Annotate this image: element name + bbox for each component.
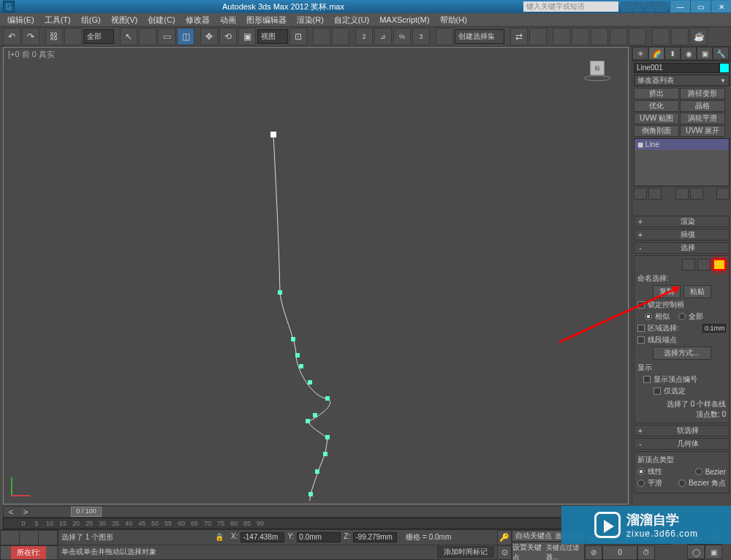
mod-turbosmooth[interactable]: 涡轮平滑 xyxy=(680,113,725,124)
spinner-snap-button[interactable]: 3 xyxy=(412,28,430,45)
layer-button[interactable] xyxy=(553,28,570,45)
select-button[interactable]: ↖ xyxy=(120,28,137,45)
set-key-button[interactable]: 设置关键点关键点过滤器... xyxy=(512,542,585,560)
time-slider[interactable]: <> 0 / 100 xyxy=(3,506,629,518)
edit-named-sel-button[interactable] xyxy=(436,28,453,45)
help-icon[interactable] xyxy=(656,1,667,12)
ref-coord-combo[interactable]: 视图 xyxy=(257,29,288,44)
menu-help[interactable]: 帮助(H) xyxy=(436,15,471,26)
stack-unique-button[interactable] xyxy=(675,188,689,200)
render-frame-button[interactable] xyxy=(671,28,689,45)
rollout-render[interactable]: +渲染 xyxy=(634,216,730,227)
search-icon[interactable] xyxy=(621,1,632,12)
tab-utilities[interactable]: 🔧 xyxy=(713,47,729,60)
tab-modify[interactable]: 🌈 xyxy=(648,47,664,60)
close-button[interactable]: ✕ xyxy=(711,1,731,12)
zoom-extents-button[interactable]: ▣ xyxy=(705,545,722,559)
y-coord-field[interactable]: 0.0mm xyxy=(297,532,341,542)
mod-pathdeform[interactable]: 路径变形 xyxy=(680,88,725,99)
selection-lock-button[interactable]: 🔑 xyxy=(497,530,512,545)
menu-group[interactable]: 组(G) xyxy=(77,15,105,26)
time-tag-button[interactable]: 添加时间标记 xyxy=(437,546,494,558)
time-slider-handle[interactable]: 0 / 100 xyxy=(71,507,102,517)
curve-editor-button[interactable] xyxy=(591,28,608,45)
menu-create[interactable]: 创建(C) xyxy=(143,15,179,26)
menu-rendering[interactable]: 渲染(R) xyxy=(292,15,328,26)
stack-configure-button[interactable] xyxy=(716,188,730,200)
unlink-button[interactable] xyxy=(64,28,82,45)
mod-optimize[interactable]: 优化 xyxy=(634,100,679,112)
tab-motion[interactable]: ◉ xyxy=(681,47,697,60)
stack-pin-button[interactable] xyxy=(634,188,647,200)
radio-linear[interactable] xyxy=(637,468,645,475)
z-coord-field[interactable]: -99.279mm xyxy=(353,532,397,542)
rotate-button[interactable]: ⟲ xyxy=(219,28,237,45)
stack-item-line[interactable]: ◼ Line xyxy=(635,139,729,150)
radio-bezier[interactable] xyxy=(695,468,702,475)
pivot-button[interactable]: ⊡ xyxy=(289,28,307,45)
mod-unwrap[interactable]: UVW 展开 xyxy=(680,125,725,137)
isolate-button[interactable]: ⊙ xyxy=(497,545,512,561)
favorites-icon[interactable] xyxy=(645,1,655,12)
object-name-field[interactable]: Line001 xyxy=(634,63,719,73)
radio-smooth[interactable] xyxy=(637,480,645,487)
mod-uvwmap[interactable]: UVW 贴图 xyxy=(634,113,679,124)
selected-only-check[interactable] xyxy=(654,387,661,395)
select-name-button[interactable] xyxy=(139,28,156,45)
rollout-selection[interactable]: -选择 xyxy=(634,242,730,254)
rollout-geometry[interactable]: -几何体 xyxy=(634,438,730,450)
orbit-button[interactable]: ◯ xyxy=(687,545,705,559)
lock-handles-check[interactable] xyxy=(637,301,645,309)
modifier-stack[interactable]: ◼ Line xyxy=(634,138,730,186)
radio-bezier-corner[interactable] xyxy=(678,480,686,487)
key-mode-button[interactable]: ⊘ xyxy=(585,545,602,560)
show-vertex-num-check[interactable] xyxy=(643,376,651,383)
menu-edit[interactable]: 编辑(E) xyxy=(3,15,39,26)
menu-grapheditors[interactable]: 图形编辑器 xyxy=(242,15,291,26)
menu-maxscript[interactable]: MAXScript(M) xyxy=(375,15,433,24)
lock-selection-icon[interactable]: 🔒 xyxy=(215,533,224,541)
mod-lattice[interactable]: 晶格 xyxy=(680,100,725,112)
schematic-button[interactable] xyxy=(610,28,627,45)
redo-button[interactable]: ↷ xyxy=(22,28,39,45)
render-button[interactable]: ☕ xyxy=(690,28,708,45)
link-button[interactable]: ⛓ xyxy=(45,28,63,45)
modifier-list-dropdown[interactable]: 修改器列表▼ xyxy=(634,75,730,86)
subobj-segment[interactable] xyxy=(697,259,711,270)
render-setup-button[interactable] xyxy=(652,28,670,45)
snap-angle-button[interactable]: ⊿ xyxy=(374,28,392,45)
material-editor-button[interactable] xyxy=(629,28,646,45)
graphite-button[interactable] xyxy=(572,28,589,45)
script-mini-button[interactable] xyxy=(1,531,20,545)
radio-all[interactable] xyxy=(678,313,686,320)
area-val-spinner[interactable]: 0.1mm xyxy=(702,324,726,333)
rollout-softselection[interactable]: +软选择 xyxy=(634,425,730,436)
manipulate-button[interactable] xyxy=(313,28,330,45)
keyboard-shortcut-button[interactable] xyxy=(332,28,349,45)
help-search-input[interactable]: 键入关键字或短语 xyxy=(523,1,618,12)
copy-button[interactable]: 复制 xyxy=(653,285,681,298)
menu-customize[interactable]: 自定义(U) xyxy=(330,15,374,26)
x-coord-field[interactable]: -147.438m xyxy=(240,532,284,542)
current-frame-field[interactable]: 0 xyxy=(602,545,637,560)
viewport-front[interactable]: [+0 前 0 真实 前 xyxy=(3,47,629,504)
snap-2d-button[interactable]: 2 xyxy=(355,28,373,45)
radio-similar[interactable] xyxy=(645,313,652,320)
subobj-spline[interactable]: 〰 xyxy=(713,259,726,270)
object-color-swatch[interactable] xyxy=(719,63,730,73)
snap-percent-button[interactable]: % xyxy=(393,28,411,45)
menu-animation[interactable]: 动画 xyxy=(216,15,240,26)
align-button[interactable] xyxy=(529,28,547,45)
tab-display[interactable]: ▣ xyxy=(697,47,713,60)
menu-views[interactable]: 视图(V) xyxy=(107,15,143,26)
mirror-button[interactable]: ⇄ xyxy=(510,28,528,45)
subobj-vertex[interactable] xyxy=(682,259,695,270)
tab-hierarchy[interactable]: ⬍ xyxy=(664,47,681,60)
undo-button[interactable]: ↶ xyxy=(3,28,20,45)
segment-end-check[interactable] xyxy=(637,336,645,344)
mod-extrude[interactable]: 挤出 xyxy=(634,88,679,99)
app-icon[interactable]: G xyxy=(3,1,15,12)
menu-modifiers[interactable]: 修改器 xyxy=(181,15,214,26)
area-sel-check[interactable] xyxy=(637,325,645,332)
stack-remove-button[interactable] xyxy=(690,188,703,200)
